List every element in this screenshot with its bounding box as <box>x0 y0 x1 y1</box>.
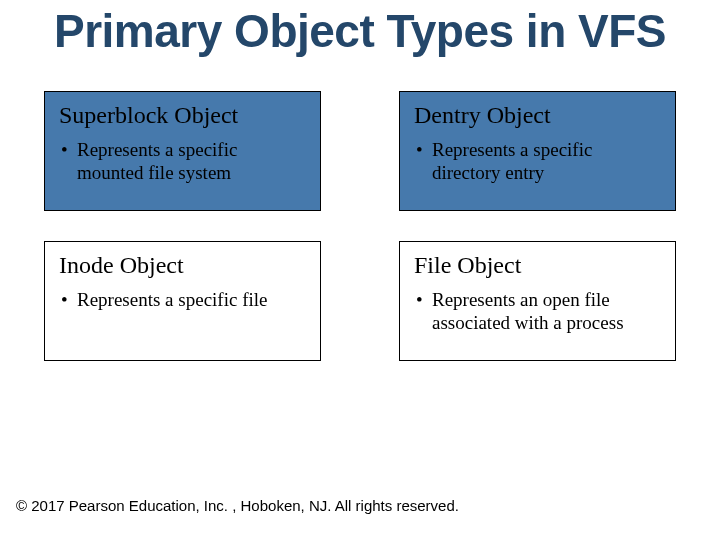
card-title: File Object <box>414 252 661 280</box>
card-bullets: Represents a specific mounted file syste… <box>59 138 306 186</box>
card-bullet: Represents a specific mounted file syste… <box>61 138 306 186</box>
card-bullets: Represents a specific directory entry <box>414 138 661 186</box>
card-title: Dentry Object <box>414 102 661 130</box>
card-title: Superblock Object <box>59 102 306 130</box>
copyright-footer: © 2017 Pearson Education, Inc. , Hoboken… <box>16 497 459 514</box>
card-bullets: Represents an open file associated with … <box>414 288 661 336</box>
card-bullets: Represents a specific file <box>59 288 306 312</box>
card-grid: Superblock Object Represents a specific … <box>16 91 704 361</box>
card-bullet: Represents an open file associated with … <box>416 288 661 336</box>
card-title: Inode Object <box>59 252 306 280</box>
card-dentry: Dentry Object Represents a specific dire… <box>399 91 676 211</box>
card-superblock: Superblock Object Represents a specific … <box>44 91 321 211</box>
card-file: File Object Represents an open file asso… <box>399 241 676 361</box>
page-title: Primary Object Types in VFS <box>16 8 704 55</box>
card-bullet: Represents a specific directory entry <box>416 138 661 186</box>
card-inode: Inode Object Represents a specific file <box>44 241 321 361</box>
slide: Primary Object Types in VFS Superblock O… <box>0 0 720 540</box>
card-bullet: Represents a specific file <box>61 288 306 312</box>
